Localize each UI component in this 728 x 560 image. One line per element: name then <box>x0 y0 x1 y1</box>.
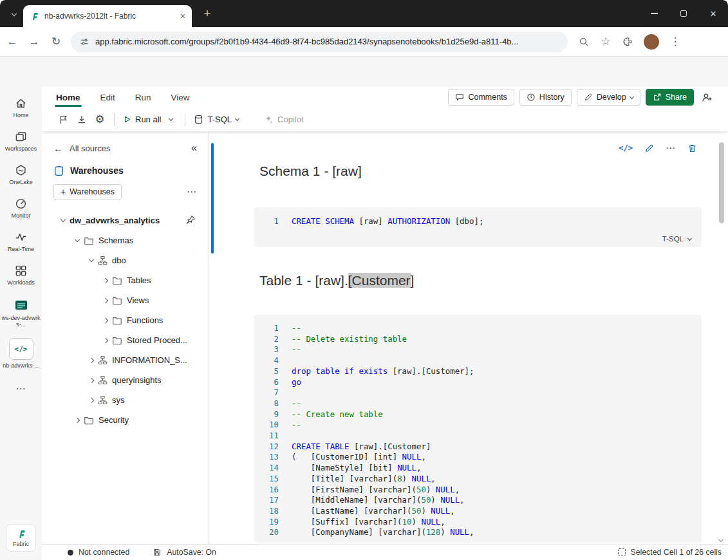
tree-item-queryinsights[interactable]: queryinsights <box>42 370 209 390</box>
explorer-more-icon[interactable]: ⋯ <box>187 186 197 198</box>
sidebar-item-onelake[interactable]: OneLake <box>0 160 42 194</box>
pin-icon[interactable] <box>186 215 196 225</box>
sidebar-item-realtime[interactable]: Real-Time <box>0 227 42 261</box>
chevron-right-icon[interactable] <box>89 397 94 402</box>
sidebar-item-workspace-dev[interactable]: ws-dev-advwrks-... <box>0 294 42 334</box>
tab-search-button[interactable] <box>8 8 21 21</box>
code-line[interactable]: 1-- <box>254 323 702 334</box>
browser-profile-avatar[interactable] <box>644 34 659 50</box>
tree-item-tables[interactable]: Tables <box>42 270 209 290</box>
sidebar-item-workloads[interactable]: Workloads <box>0 261 42 294</box>
code-line[interactable]: 11 <box>254 431 702 442</box>
chevron-right-icon[interactable] <box>103 337 108 342</box>
markdown-cell-table-title[interactable]: Table 1 - [raw].[Customer] <box>259 272 414 290</box>
code-line[interactable]: 15 [Title] [varchar](8) NULL, <box>254 474 702 485</box>
tree-item-schemas[interactable]: Schemas <box>42 230 209 250</box>
collapse-panel-icon[interactable]: « <box>191 142 197 154</box>
site-info-icon[interactable] <box>80 37 89 46</box>
code-line[interactable]: 9-- Create new table <box>254 409 702 420</box>
code-line[interactable]: 16 [FirstName] [varchar](50) NULL, <box>254 485 702 496</box>
code-line[interactable]: 12CREATE TABLE [raw].[Customer] <box>254 442 702 453</box>
forward-button[interactable]: → <box>24 32 44 51</box>
code-line[interactable]: 13( [CustomerID] [int] NULL, <box>254 452 702 463</box>
cell-language-selector[interactable]: T-SQL <box>662 235 691 243</box>
code-cell-create-table[interactable]: 1--2-- Delete existing table3--4 5drop t… <box>254 315 702 543</box>
language-selector[interactable]: T-SQL <box>191 111 242 129</box>
copilot-button[interactable]: Copilot <box>260 111 306 129</box>
bookmark-star-icon[interactable]: ☆ <box>596 32 615 51</box>
tab-close-icon[interactable]: × <box>180 11 185 21</box>
run-all-dropdown[interactable] <box>162 111 180 129</box>
edit-pencil-icon[interactable] <box>644 144 654 153</box>
zoom-icon[interactable] <box>574 32 593 51</box>
autosave-status[interactable]: AutoSave: On <box>153 548 216 557</box>
code-line[interactable]: 4 <box>254 355 702 366</box>
gear-icon[interactable]: ⚙ <box>91 111 109 129</box>
tree-item-information-schema[interactable]: INFORMATION_S... <box>42 350 209 370</box>
scrollbar-thumb[interactable] <box>719 142 724 223</box>
tab-view[interactable]: View <box>170 87 191 107</box>
code-cell-schema[interactable]: 1CREATE SCHEMA [raw] AUTHORIZATION [dbo]… <box>254 207 702 247</box>
rail-more-button[interactable]: ⋯ <box>0 383 42 402</box>
code-line[interactable]: 20 [CompanyName] [varchar](128) NULL, <box>254 527 702 538</box>
connection-status[interactable]: Not connected <box>68 548 129 557</box>
all-sources-label[interactable]: All sources <box>70 144 185 153</box>
add-warehouse-button[interactable]: + Warehouses <box>53 184 122 200</box>
new-tab-button[interactable]: + <box>200 6 215 21</box>
window-maximize-button[interactable] <box>669 0 698 27</box>
chevron-right-icon[interactable] <box>103 297 108 303</box>
run-all-button[interactable]: Run all <box>120 111 164 129</box>
sidebar-item-monitor[interactable]: Monitor <box>0 194 42 227</box>
trash-icon[interactable] <box>687 144 697 153</box>
extensions-icon[interactable] <box>618 32 637 51</box>
chevron-down-icon[interactable] <box>75 237 80 242</box>
chevron-down-icon[interactable] <box>61 217 66 222</box>
markdown-cell-schema-title[interactable]: Schema 1 - [raw] <box>259 162 362 180</box>
code-line[interactable]: 5drop table if exists [raw].[Customer]; <box>254 366 702 377</box>
tree-item-stored-procedures[interactable]: Stored Proced... <box>42 330 209 350</box>
window-minimize-button[interactable] <box>639 0 669 27</box>
tab-edit[interactable]: Edit <box>99 87 117 107</box>
tree-item-dbo[interactable]: dbo <box>42 250 209 270</box>
chevron-down-icon[interactable] <box>89 257 94 262</box>
flag-icon[interactable] <box>55 111 73 129</box>
sidebar-item-home[interactable]: Home <box>0 93 42 127</box>
tab-home[interactable]: Home <box>55 87 82 107</box>
chevron-right-icon[interactable] <box>75 417 80 422</box>
sidebar-item-notebook-current[interactable]: </> nb-advwrks-... <box>0 334 42 383</box>
refresh-button[interactable]: ↻ <box>46 32 66 51</box>
history-button[interactable]: History <box>519 89 572 106</box>
browser-menu-icon[interactable]: ⋮ <box>666 32 685 51</box>
back-arrow-icon[interactable]: ← <box>53 143 63 154</box>
chevron-right-icon[interactable] <box>89 377 94 382</box>
convert-to-code-icon[interactable]: </> <box>619 144 633 153</box>
sidebar-item-workspaces[interactable]: Workspaces <box>0 127 42 160</box>
share-button[interactable]: Share <box>646 89 694 106</box>
tree-item-sys[interactable]: sys <box>42 390 209 410</box>
download-icon[interactable] <box>73 111 91 129</box>
tree-item-warehouse[interactable]: dw_advwrks_analytics <box>42 210 209 230</box>
tree-item-security[interactable]: Security <box>42 410 209 430</box>
code-line[interactable]: 19 [Suffix] [varchar](10) NULL, <box>254 517 702 528</box>
code-line[interactable]: 1CREATE SCHEMA [raw] AUTHORIZATION [dbo]… <box>254 216 702 227</box>
code-line[interactable]: 17 [MiddleName] [varchar](50) NULL, <box>254 495 702 506</box>
develop-button[interactable]: Develop <box>577 89 640 106</box>
code-line[interactable]: 6go <box>254 377 702 388</box>
notebook-scrollbar[interactable] <box>716 132 727 544</box>
cell-more-icon[interactable]: ⋯ <box>666 142 676 154</box>
code-line[interactable]: 14 [NameStyle] [bit] NULL, <box>254 463 702 474</box>
chevron-right-icon[interactable] <box>103 277 108 283</box>
code-line[interactable]: 2-- Delete existing table <box>254 334 702 345</box>
fabric-home-button[interactable]: Fabric <box>6 524 36 552</box>
code-line[interactable]: 18 [LastName] [varchar](50) NULL, <box>254 506 702 517</box>
window-close-button[interactable]: ✕ <box>698 0 728 27</box>
tab-run[interactable]: Run <box>134 87 153 107</box>
chevron-right-icon[interactable] <box>89 357 94 362</box>
browser-tab[interactable]: nb-advwrks-2012lt - Fabric × <box>23 5 192 27</box>
code-line[interactable]: 7 <box>254 387 702 398</box>
tree-item-functions[interactable]: Functions <box>42 310 209 330</box>
invite-person-icon[interactable] <box>702 92 713 103</box>
code-line[interactable]: 3-- <box>254 344 702 355</box>
tree-item-views[interactable]: Views <box>42 290 209 310</box>
code-line[interactable]: 10-- <box>254 420 702 431</box>
